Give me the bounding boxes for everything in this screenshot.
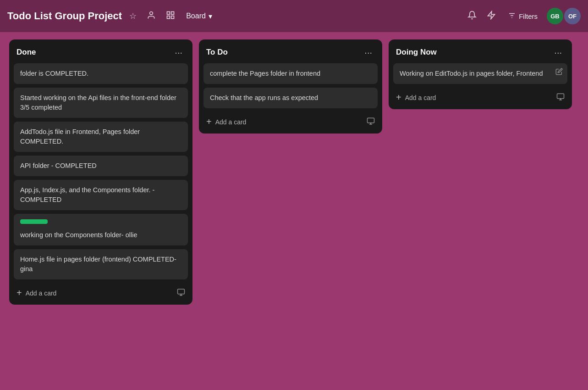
list-item[interactable]: Check that the app runs as expected [203, 88, 378, 108]
plus-icon: + [16, 288, 22, 298]
grid-button[interactable] [163, 9, 178, 24]
column-done: Done ··· folder is COMPLETED. Started wo… [9, 39, 192, 305]
board-label: Board [186, 12, 206, 20]
add-card-todo-label: Add a card [215, 118, 247, 126]
column-doing-now-header: Doing Now ··· [389, 39, 572, 63]
list-item[interactable]: API folder - COMPLETED [14, 156, 188, 176]
column-todo: To Do ··· complete the Pages folder in f… [199, 39, 382, 134]
column-todo-header: To Do ··· [199, 39, 382, 63]
list-item[interactable]: complete the Pages folder in frontend [203, 63, 378, 84]
list-item[interactable]: AddTodo.js file in Frontend, Pages folde… [14, 122, 188, 152]
filter-icon [508, 11, 516, 21]
column-todo-cards: complete the Pages folder in frontend Ch… [199, 63, 382, 112]
star-button[interactable]: ☆ [126, 9, 139, 23]
star-icon: ☆ [129, 11, 137, 21]
filters-label: Filters [519, 12, 538, 20]
bell-icon [467, 11, 477, 22]
column-todo-menu-button[interactable]: ··· [362, 47, 375, 58]
svg-rect-9 [178, 289, 185, 294]
avatar-gb[interactable]: GB [547, 8, 563, 24]
list-item[interactable]: folder is COMPLETED. [14, 63, 188, 84]
column-doing-now-title: Doing Now [396, 48, 437, 57]
svg-rect-3 [167, 16, 170, 18]
column-doing-now: Doing Now ··· Working on EditTodo.js in … [389, 39, 572, 109]
column-done-title: Done [16, 48, 36, 57]
avatar-of[interactable]: OF [564, 8, 581, 24]
board: Done ··· folder is COMPLETED. Started wo… [0, 32, 588, 390]
add-card-doing-now-label: Add a card [405, 94, 436, 101]
column-doing-now-menu-button[interactable]: ··· [551, 47, 565, 58]
add-card-done[interactable]: + Add a card [9, 283, 192, 305]
lightning-button[interactable] [484, 9, 499, 24]
edit-icon[interactable] [555, 68, 563, 78]
plus-icon: + [206, 117, 212, 127]
svg-rect-12 [368, 118, 374, 123]
column-todo-title: To Do [206, 48, 228, 57]
filters-button[interactable]: Filters [503, 10, 542, 23]
template-icon [367, 117, 375, 127]
add-card-doing-now[interactable]: + Add a card [389, 88, 572, 109]
person-button[interactable] [144, 9, 159, 24]
template-icon [556, 93, 565, 103]
add-card-todo[interactable]: + Add a card [199, 112, 382, 134]
template-icon [177, 288, 185, 298]
column-done-menu-button[interactable]: ··· [172, 47, 185, 58]
svg-marker-5 [488, 11, 495, 19]
list-item[interactable]: working on the Components folder- ollie [14, 214, 188, 245]
lightning-icon [487, 11, 496, 22]
grid-icon [166, 11, 175, 22]
column-doing-now-cards: Working on EditTodo.js in pages folder, … [389, 63, 572, 88]
add-card-done-label: Add a card [26, 290, 57, 297]
svg-point-0 [150, 11, 153, 15]
notification-button[interactable] [465, 9, 479, 24]
svg-rect-1 [167, 11, 170, 14]
list-item[interactable]: Started working on the Api files in the … [14, 88, 188, 118]
person-icon [147, 11, 156, 22]
list-item[interactable]: App.js, Index.js, and the Components fol… [14, 180, 188, 210]
header: Todo List Group Project ☆ Board ▾ [0, 0, 588, 32]
svg-rect-15 [557, 94, 564, 99]
column-done-header: Done ··· [9, 39, 192, 63]
plus-icon: + [396, 92, 401, 103]
page-title: Todo List Group Project [7, 10, 122, 22]
board-view-button[interactable]: Board ▾ [182, 10, 216, 22]
column-done-cards: folder is COMPLETED. Started working on … [9, 63, 192, 283]
list-item[interactable]: Working on EditTodo.js in pages folder, … [393, 63, 567, 84]
chevron-down-icon: ▾ [209, 12, 212, 21]
list-item[interactable]: Home.js file in pages folder (frontend) … [14, 249, 188, 279]
progress-badge [20, 219, 48, 224]
svg-rect-4 [171, 16, 174, 18]
svg-rect-2 [171, 11, 174, 14]
